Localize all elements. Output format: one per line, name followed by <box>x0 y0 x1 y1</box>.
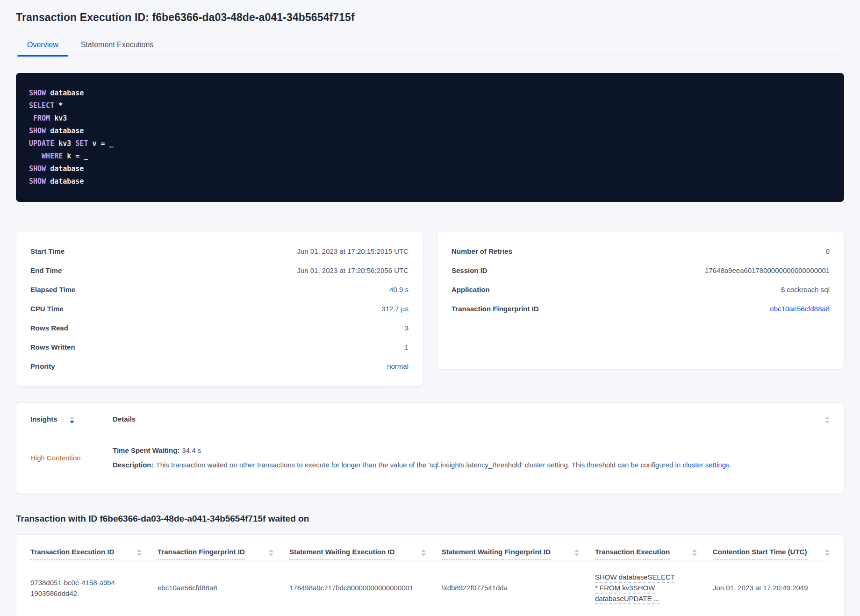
time-spent-waiting-label: Time Spent Waiting: <box>113 446 179 454</box>
summary-row-cpu-time: CPU Time 312.7 µs <box>30 299 408 318</box>
column-header-statement-waiting-execution-id[interactable]: Statement Waiting Execution ID <box>289 548 442 560</box>
transaction-fingerprint-link[interactable]: ebc10ae56cfd88a8 <box>770 304 830 314</box>
cell-transaction-execution: SHOW databaseSELECT * FROM kv3SHOW datab… <box>595 572 713 604</box>
waited-on-table-header: Transaction Execution ID Transaction Fin… <box>30 535 830 560</box>
column-label: Statement Waiting Fingerprint ID <box>442 548 551 560</box>
insight-badge-high-contention: High Contention <box>30 454 113 462</box>
cell-transaction-fingerprint-id: ebc10ae56cfd88a8 <box>158 582 289 593</box>
summary-cards: Start Time Jun 01, 2023 at 17:20:15:2015… <box>16 231 844 387</box>
time-spent-waiting-value: 34.4 s <box>182 446 201 454</box>
summary-card-left: Start Time Jun 01, 2023 at 17:20:15:2015… <box>16 231 423 387</box>
sql-line: FROM kv3 <box>29 112 831 125</box>
description-text: This transaction waited on other transac… <box>156 461 683 469</box>
sql-line: SHOW database <box>29 87 831 100</box>
tab-bar: Overview Statement Executions <box>16 37 844 56</box>
summary-label: Priority <box>30 361 55 371</box>
column-header-details[interactable]: Details <box>113 415 136 427</box>
waited-on-table-card: Transaction Execution ID Transaction Fin… <box>16 534 844 616</box>
summary-label: Application <box>452 285 490 294</box>
summary-value: Jun 01, 2023 at 17:20:15:2015 UTC <box>297 246 408 256</box>
cell-transaction-execution-id: 9738d051-bc0e-4158-a9b4-1903586ddd42 <box>30 577 158 599</box>
waited-on-section-title: Transaction with ID f6be6366-da03-48de-a… <box>16 514 844 524</box>
summary-value: normal <box>387 361 408 371</box>
summary-row-session-id: Session ID 17648a9eea6017800000000000000… <box>452 261 830 280</box>
sql-line: UPDATE kv3 SET v = _ <box>29 137 831 150</box>
description-period: . <box>730 461 731 469</box>
time-spent-waiting: Time Spent Waiting:34.4 s <box>113 445 830 455</box>
sort-icon[interactable] <box>825 549 830 556</box>
sql-line: WHERE k = _ <box>29 150 831 163</box>
column-header-transaction-execution-id[interactable]: Transaction Execution ID <box>30 548 158 560</box>
sql-box: SHOW databaseSELECT * FROM kv3SHOW datab… <box>16 73 844 202</box>
description-label: Description: <box>113 461 154 469</box>
column-header-transaction-execution[interactable]: Transaction Execution <box>595 548 713 560</box>
column-header-contention-start-time[interactable]: Contention Start Time (UTC) <box>713 548 830 560</box>
insight-description: Description:This transaction waited on o… <box>113 460 830 470</box>
insight-row: High Contention Time Spent Waiting:34.4 … <box>30 432 830 485</box>
summary-row-rows-read: Rows Read 3 <box>30 318 408 337</box>
sql-line: SELECT * <box>29 100 831 112</box>
table-row: 9738d051-bc0e-4158-a9b4-1903586ddd42 ebc… <box>30 560 830 616</box>
summary-value: 17648a9eea6017800000000000000001 <box>705 265 830 275</box>
cell-statement-waiting-execution-id: 176498a9c717bdc80000000000000001 <box>289 582 442 593</box>
sort-icon[interactable] <box>421 549 426 556</box>
summary-label: Session ID <box>452 265 487 275</box>
sort-icon[interactable] <box>692 549 697 556</box>
summary-label: End Time <box>30 265 62 275</box>
sql-line: SHOW database <box>29 163 831 175</box>
sql-line: SHOW database <box>29 175 831 188</box>
summary-value: $ cockroach sql <box>781 285 830 294</box>
summary-label: Rows Written <box>30 342 75 352</box>
summary-row-elapsed-time: Elapsed Time 40.9 s <box>30 280 408 299</box>
summary-value: 40.9 s <box>389 285 408 294</box>
summary-label: Start Time <box>30 246 64 256</box>
transaction-execution-link[interactable]: SHOW databaseSELECT * FROM kv3SHOW datab… <box>595 572 675 604</box>
summary-label: Number of Retries <box>452 246 512 256</box>
summary-row-priority: Priority normal <box>30 357 408 376</box>
summary-value: 312.7 µs <box>381 304 408 314</box>
summary-row-end-time: End Time Jun 01, 2023 at 17:20:56:2056 U… <box>30 261 408 280</box>
column-header-insights[interactable]: Insights <box>30 415 113 427</box>
tab-statement-executions[interactable]: Statement Executions <box>70 37 165 56</box>
column-label: Transaction Fingerprint ID <box>158 548 245 560</box>
sql-line: SHOW database <box>29 125 831 137</box>
column-header-statement-waiting-fingerprint-id[interactable]: Statement Waiting Fingerprint ID <box>442 548 595 560</box>
summary-row-rows-written: Rows Written 1 <box>30 337 408 357</box>
column-label: Contention Start Time (UTC) <box>713 548 807 560</box>
tab-overview[interactable]: Overview <box>16 37 70 56</box>
column-label: Statement Waiting Execution ID <box>289 548 394 560</box>
column-label: Insights <box>30 415 57 427</box>
summary-label: CPU Time <box>30 304 64 314</box>
summary-value: 1 <box>405 342 408 352</box>
column-label: Transaction Execution <box>595 548 670 560</box>
page-title: Transaction Execution ID: f6be6366-da03-… <box>16 0 844 24</box>
sort-icon[interactable] <box>574 549 579 556</box>
sort-icon[interactable] <box>269 549 273 556</box>
sort-desc-icon[interactable] <box>70 416 74 427</box>
summary-value: 0 <box>826 246 830 256</box>
summary-row-retries: Number of Retries 0 <box>452 242 830 261</box>
summary-row-start-time: Start Time Jun 01, 2023 at 17:20:15:2015… <box>30 242 408 261</box>
summary-value: 3 <box>405 323 408 333</box>
sort-icon[interactable] <box>137 549 142 556</box>
column-label: Transaction Execution ID <box>30 548 114 560</box>
column-header-transaction-fingerprint-id[interactable]: Transaction Fingerprint ID <box>158 548 289 560</box>
transaction-details-page: Transaction Execution ID: f6be6366-da03-… <box>0 0 860 616</box>
insights-card: Insights Details High Contention Time Sp… <box>16 402 844 494</box>
sort-icon[interactable] <box>825 416 830 423</box>
summary-label: Transaction Fingerprint ID <box>452 304 539 314</box>
summary-row-txn-fingerprint: Transaction Fingerprint ID ebc10ae56cfd8… <box>452 299 830 318</box>
cluster-settings-link[interactable]: cluster settings <box>682 461 729 469</box>
cell-statement-waiting-fingerprint-id: \xdb8922f077541dda <box>442 582 595 593</box>
summary-row-application: Application $ cockroach sql <box>452 280 830 299</box>
summary-value: Jun 01, 2023 at 17:20:56:2056 UTC <box>297 265 408 275</box>
summary-label: Rows Read <box>30 323 68 333</box>
summary-card-right: Number of Retries 0 Session ID 17648a9ee… <box>437 231 844 369</box>
insights-table-header: Insights Details <box>30 403 830 432</box>
insight-details: Time Spent Waiting:34.4 s Description:Th… <box>113 445 830 470</box>
cell-contention-start-time: Jun 01, 2023 at 17:20:49:2049 <box>713 582 830 593</box>
summary-label: Elapsed Time <box>30 285 75 294</box>
